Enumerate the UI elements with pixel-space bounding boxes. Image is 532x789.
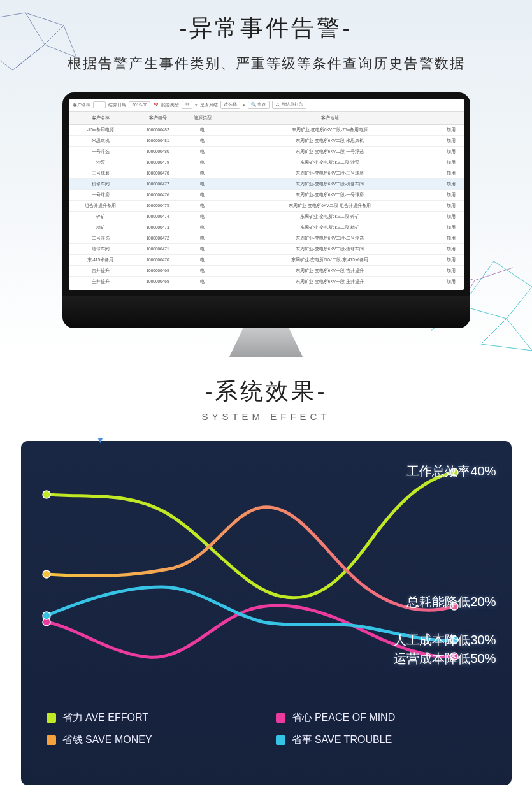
svg-point-2 — [43, 570, 50, 578]
type-label: 能源类型 — [161, 102, 179, 108]
table-row[interactable]: 一号球磨1000000476电东周矿业-变电所6KV二段-一号球磨加用 — [69, 190, 464, 201]
print-button[interactable]: 🖨 月结单打印 — [272, 101, 306, 109]
table-header: 客户名称 客户编号 能源类型 客户地址 — [69, 112, 464, 125]
th-action — [438, 113, 464, 122]
table-row[interactable]: 东-415米备用1000000470电东周矿业-变电所6KV二段-东-415米备… — [69, 255, 464, 266]
filter-label: 客户名称 — [73, 102, 90, 108]
th-name: 客户名称 — [69, 113, 133, 122]
chart-end-label: 工作总效率40% — [406, 463, 496, 480]
legend: 省力 AVE EFFORT省心 PEACE OF MIND省钱 SAVE MON… — [40, 711, 492, 747]
chart-area: 工作总效率40%总耗能降低20%运营成本降低50%人工成本降低30% — [40, 463, 492, 692]
legend-label: 省事 SAVE TROUBLE — [292, 734, 392, 747]
query-button[interactable]: 🔍 查询 — [248, 101, 270, 109]
date-input[interactable]: 2019-08 — [129, 101, 150, 108]
table-row[interactable]: 米思康机1000000481电东周矿业-变电所6KV二段-米思康机加用 — [69, 136, 464, 147]
section-alert: -异常事件告警- 根据告警产生事件类别、严重等级等条件查询历史告警数据 客户名称… — [0, 0, 532, 357]
monthly-label: 是否月结 — [200, 102, 218, 108]
type-select[interactable]: 电 — [182, 101, 192, 109]
table-row[interactable]: 道球车间1000000471电东周矿业-变电所6KV二段-道球车间加用 — [69, 244, 464, 255]
table-row[interactable]: 机修车间1000000477电东周矿业-变电所6KV二段-机修车间加用 — [69, 179, 464, 190]
legend-swatch — [276, 713, 285, 723]
table-body: -75w备用电源1000000482电东周矿业-变电所6KV二段-75w备用电源… — [69, 125, 464, 290]
legend-item: 省事 SAVE TROUBLE — [276, 734, 467, 747]
table-row[interactable]: 主井提升1000000468电东周矿业-变电所6KV一段-主井提升加用 — [69, 277, 464, 287]
table-row[interactable]: 三号球磨1000000478电东周矿业-变电所6KV二段-三号球磨加用 — [69, 168, 464, 179]
legend-item: 省钱 SAVE MONEY — [47, 734, 238, 747]
legend-swatch — [276, 735, 285, 745]
table-row[interactable]: 碎矿1000000474电东周矿业-变电所6KV二段-碎矿加用 — [69, 212, 464, 222]
th-address: 客户地址 — [222, 113, 438, 122]
chart-end-label: 人工成本降低30% — [394, 632, 496, 649]
effect-title: -系统效果- — [0, 376, 532, 407]
imac-mockup: 客户名称 结算日期2019-08 📅 能源类型电▾ 是否月结请选择▾ 🔍 查询 … — [62, 92, 470, 357]
legend-label: 省钱 SAVE MONEY — [62, 734, 152, 747]
date-label: 结算日期 — [108, 102, 126, 108]
table-row[interactable]: 一号浮选1000000480电东周矿业-变电所6KV二段-一号浮选加用 — [69, 147, 464, 157]
table-row[interactable]: -75w备用电源1000000482电东周矿业-变电所6KV二段-75w备用电源… — [69, 125, 464, 136]
table-row[interactable]: 组合并提升备用1000000475电东周矿业-变电所6KV二段-组合并提升备用加… — [69, 201, 464, 212]
legend-swatch — [47, 735, 56, 745]
marker-triangle-icon: ▼ — [96, 435, 105, 445]
deco-lines-left — [0, 6, 83, 96]
legend-swatch — [47, 713, 56, 723]
filter-input[interactable] — [93, 101, 106, 108]
table-row[interactable]: 西风井1000000467电东周矿业-变电所6KV一段-西风井加用 — [69, 287, 464, 290]
svg-point-0 — [43, 491, 50, 498]
svg-point-6 — [43, 612, 50, 619]
table-row[interactable]: 沙泵1000000479电东周矿业-变电所6KV二段-沙泵加用 — [69, 157, 464, 168]
table-row[interactable]: 精矿1000000473电东周矿业-变电所6KV二段-精矿加用 — [69, 222, 464, 233]
section-effect: -系统效果- SYSTEM EFFECT ▼ 工作总效率40%总耗能降低20%运… — [0, 357, 532, 789]
table-row[interactable]: 二号浮选1000000472电东周矿业-变电所6KV二段-二号浮选加用 — [69, 233, 464, 244]
toolbar: 客户名称 结算日期2019-08 📅 能源类型电▾ 是否月结请选择▾ 🔍 查询 … — [69, 99, 464, 112]
legend-item: 省力 AVE EFFORT — [47, 711, 238, 725]
legend-label: 省力 AVE EFFORT — [62, 711, 148, 725]
effect-title-en: SYSTEM EFFECT — [0, 411, 532, 422]
legend-label: 省心 PEACE OF MIND — [292, 711, 396, 725]
th-type: 能源类型 — [183, 113, 222, 122]
chart-end-label: 总耗能降低20% — [406, 593, 496, 611]
chart-panel: ▼ 工作总效率40%总耗能降低20%运营成本降低50%人工成本降低30% 省力 … — [21, 441, 512, 785]
legend-item: 省心 PEACE OF MIND — [276, 711, 467, 725]
chart-end-label: 运营成本降低50% — [394, 650, 496, 667]
monthly-select[interactable]: 请选择 — [220, 101, 240, 109]
th-id: 客户编号 — [133, 113, 183, 122]
table-row[interactable]: 吉井提升1000000469电东周矿业-变电所6KV一段-吉井提升加用 — [69, 266, 464, 277]
